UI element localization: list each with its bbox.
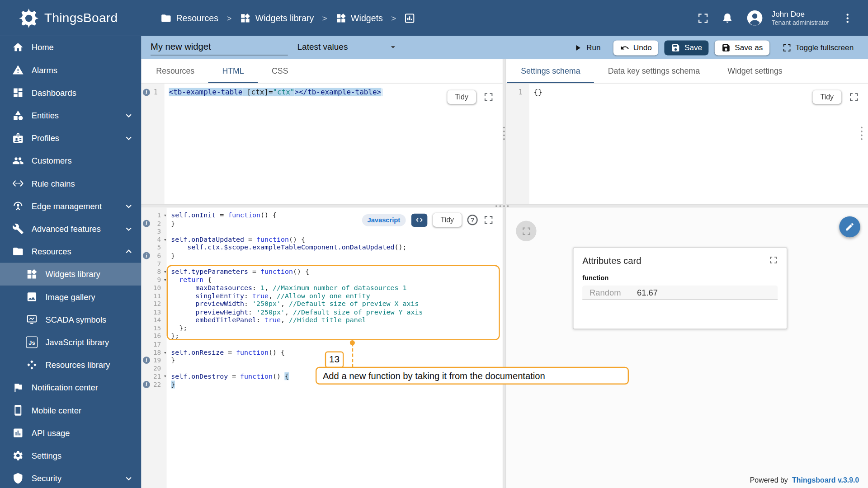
sidebar-item-api-usage[interactable]: API usage [0,422,141,444]
code-line[interactable]: maxDatasources: 1, //Maximum number of d… [171,284,502,292]
tidy-button[interactable]: Tidy [433,213,462,227]
widget-fullscreen-icon[interactable] [769,256,778,265]
editor-tab-html[interactable]: HTML [208,59,258,83]
sidebar-item-profiles[interactable]: Profiles [0,127,141,149]
sidebar-item-security[interactable]: Security [0,467,141,488]
schema-panel-tabs: Settings schemaData key settings schemaW… [506,59,868,84]
breadcrumb-label: Widgets library [255,13,314,23]
breadcrumb-item-widgets[interactable]: Widgets [335,13,383,23]
text-cursor [382,88,382,96]
sidebar-item-rule-chains[interactable]: Rule chains [0,172,141,195]
help-icon[interactable]: ? [467,215,477,225]
sidebar-item-widgets-library[interactable]: Widgets library [0,263,141,286]
tidy-button[interactable]: Tidy [447,90,476,104]
splitter-handle[interactable] [861,127,863,128]
app-name: ThingsBoard [44,10,118,25]
sidebar-item-dashboards[interactable]: Dashboards [0,81,141,104]
fullscreen-icon[interactable] [697,12,709,24]
sidebar-item-customers[interactable]: Customers [0,150,141,172]
code-line[interactable]: }; [171,324,502,332]
fold-arrow-icon[interactable]: ▾ [164,269,167,274]
tidy-button[interactable]: Tidy [812,90,841,104]
code-line[interactable]: }; [171,332,502,340]
code-line[interactable]: singleEntity: true, //Allow only one ent… [171,292,502,300]
gutter-line: 21▾ [141,372,166,380]
code-line[interactable]: self.onResize = function() { [171,348,502,357]
sidebar-item-mobile-center[interactable]: Mobile center [0,399,141,422]
sidebar-item-javascript-library[interactable]: JsJavaScript library [0,331,141,353]
code-line[interactable]: embedTitlePanel: true, //Hided title pan… [171,316,502,324]
tools-icon [12,223,24,235]
fold-arrow-icon[interactable]: ▾ [164,277,167,282]
sidebar-item-edge-management[interactable]: Edge management [0,195,141,217]
fold-arrow-icon[interactable]: ▾ [164,213,167,218]
sidebar-item-advanced-features[interactable]: Advanced features [0,217,141,240]
breadcrumb-item-resources[interactable]: Resources [160,13,218,23]
widget-type-select[interactable]: Latest values [297,41,398,55]
expand-editor-icon[interactable] [483,215,494,225]
sidebar-item-scada-symbols[interactable]: SCADA symbols [0,308,141,331]
code-line[interactable] [171,340,502,348]
toggle-fullscreen-button[interactable]: Toggle fullscreen [775,40,860,55]
sidebar-item-alarms[interactable]: Alarms [0,59,141,81]
code-line[interactable]: self.typeParameters = function() { [171,267,502,276]
schema-tab-widget-settings[interactable]: Widget settings [714,59,797,83]
schema-tab-data-key-settings-schema[interactable]: Data key settings schema [594,59,714,83]
save-button[interactable]: Save [665,40,709,55]
undo-label: Undo [633,43,652,52]
editor-tab-resources[interactable]: Resources [142,59,208,83]
user-info[interactable]: John Doe Tenant administrator [772,9,830,28]
avatar[interactable] [745,9,764,27]
breadcrumb-item-widgets-library[interactable]: Widgets library [240,13,314,23]
code-line[interactable] [171,227,502,235]
save-as-button[interactable]: Save as [715,40,769,55]
line-number-gutter: 1 [506,84,529,204]
widget-title-input[interactable]: My new widget [151,40,288,55]
splitter-handle[interactable] [503,127,505,128]
expand-editor-icon[interactable] [483,92,494,102]
code-area[interactable]: self.onInit = function() {}self.onDataUp… [167,207,503,488]
sidebar-item-settings[interactable]: Settings [0,444,141,467]
chevron-down-icon [123,473,135,484]
fold-arrow-icon[interactable]: ▾ [164,349,167,355]
code-line[interactable]: self.onDataUpdated = function() { [171,235,502,244]
code-line[interactable]: self.onDestroy = function() { [171,372,502,380]
code-line[interactable] [171,364,502,372]
thingsboard-version-link[interactable]: Thingsboard v.3.9.0 [792,476,859,484]
gutter-line: i1 [141,87,164,97]
fold-arrow-icon[interactable]: ▾ [164,374,167,379]
code-editor-button[interactable] [411,213,428,226]
run-button[interactable]: Run [566,40,607,55]
schema-tab-settings-schema[interactable]: Settings schema [507,59,594,83]
fold-arrow-icon[interactable]: ▾ [164,237,167,242]
editor-tab-css[interactable]: CSS [258,59,302,83]
sidebar-item-notification-center[interactable]: Notification center [0,376,141,399]
preview-fullscreen-button[interactable] [516,221,536,241]
notifications-bell-icon[interactable] [721,12,733,24]
html-code-editor[interactable]: i1 <tb-example-table [ctx]="ctx"></tb-ex… [141,84,503,204]
more-menu-icon[interactable] [841,12,854,24]
code-line[interactable]: } [171,356,502,364]
expand-editor-icon[interactable] [849,92,859,102]
schema-code-editor[interactable]: 1 {} Tidy [506,84,868,204]
sidebar-item-entities[interactable]: Entities [0,104,141,127]
code-line[interactable]: return { [171,276,502,284]
sidebar-item-image-gallery[interactable]: Image gallery [0,286,141,308]
undo-button[interactable]: Undo [613,40,659,55]
code-line[interactable]: } [171,380,502,389]
sidebar-item-label: Security [32,474,61,483]
sidebar-item-resources-library[interactable]: Resources library [0,353,141,376]
breadcrumb-item-widget-type[interactable] [404,13,415,23]
code-line[interactable]: previewHeight: '250px', //Default size o… [171,308,502,316]
splitter-handle[interactable] [495,205,497,207]
code-line[interactable]: } [171,252,502,260]
sidebar-item-home[interactable]: Home [0,36,141,59]
sidebar-item-resources[interactable]: Resources [0,240,141,263]
javascript-code-editor[interactable]: 1▾i234▾5i678▾9▾101112131415161718▾i19202… [141,207,503,488]
gutter-line: 5 [141,244,166,252]
code-line[interactable]: self.ctx.$scope.exampleTableComponent.on… [171,244,502,252]
edit-widget-button[interactable] [839,216,860,238]
app-logo[interactable]: ThingsBoard [0,8,141,29]
code-line[interactable] [171,260,502,268]
code-line[interactable]: previewWidth: '250px', //Default size of… [171,300,502,308]
